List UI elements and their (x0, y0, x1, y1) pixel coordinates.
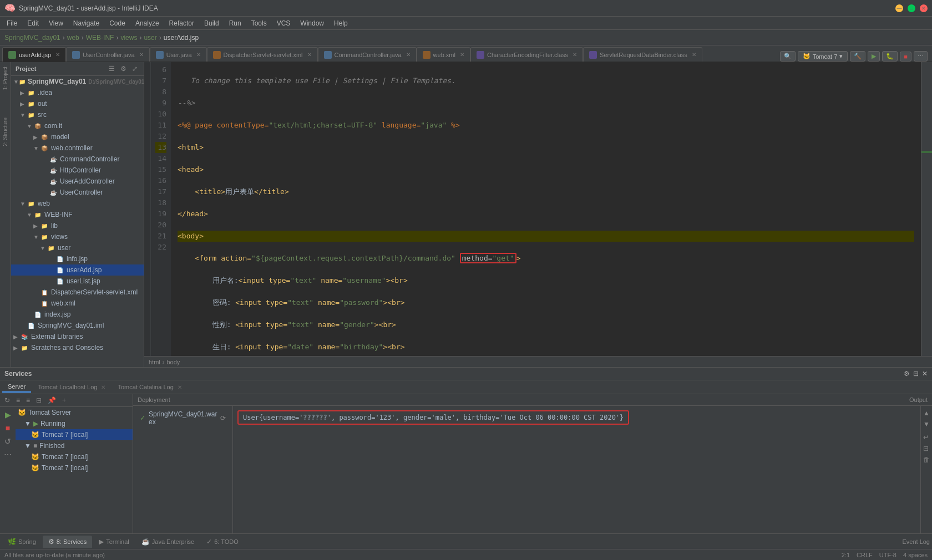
tab-close[interactable]: ✕ (307, 52, 312, 58)
tree-infojsp[interactable]: ▶ 📄 info.jsp (11, 253, 144, 264)
tab-CommandController[interactable]: CommandController.java ✕ (318, 47, 417, 62)
svc-node-tomcat7-finished2[interactable]: 🐱 Tomcat 7 [local] (16, 462, 133, 474)
tree-ScratchesConsoles[interactable]: ▶ 📁 Scratches and Consoles (11, 342, 144, 353)
close-icon[interactable]: ✕ (922, 370, 928, 378)
sidebar-expand-btn[interactable]: ⤢ (130, 64, 139, 73)
settings-icon[interactable]: ⚙ (904, 370, 910, 378)
tab-services[interactable]: ⚙ 8: Services (43, 536, 92, 548)
event-log-btn[interactable]: Event Log (902, 538, 930, 545)
tree-user-folder[interactable]: ▼ 📁 user (11, 242, 144, 253)
svc-node-tomcat7-finished1[interactable]: 🐱 Tomcat 7 [local] (16, 451, 133, 462)
tree-DispatcherServletxml[interactable]: ▶ 📋 DispatcherServlet-servlet.xml (11, 287, 144, 298)
pin-btn[interactable]: 📌 (45, 395, 58, 405)
menu-item-file[interactable]: File (2, 18, 22, 28)
tab-terminal[interactable]: ▶ Terminal (93, 536, 135, 548)
tab-ServletRequestDataBinder[interactable]: ServletRequestDataBinder.class ✕ (583, 47, 702, 62)
tree-indexjsp[interactable]: ▶ 📄 index.jsp (11, 309, 144, 320)
minimize-button[interactable]: — (895, 4, 903, 12)
tab-close-icon[interactable]: ✕ (101, 384, 105, 390)
tree-ExternalLibraries[interactable]: ▶ 📚 External Libraries (11, 331, 144, 342)
tab-tomcat-localhost-log[interactable]: Tomcat Localhost Log ✕ (32, 382, 111, 392)
menu-item-view[interactable]: View (44, 18, 68, 28)
refresh-btn[interactable]: ↻ (2, 395, 12, 405)
project-tab[interactable]: 1: Project (1, 64, 9, 92)
tab-DispatcherServlet[interactable]: DispatcherServlet-servlet.xml ✕ (207, 47, 318, 62)
tree-CommandController[interactable]: ▶ ☕ CommandController (11, 154, 144, 165)
maximize-button[interactable]: □ (908, 4, 915, 12)
right-scrollbar[interactable] (921, 62, 932, 356)
tree-webxml2[interactable]: ▶ 📋 web.xml (11, 298, 144, 309)
scroll-up-btn[interactable]: ▲ (922, 408, 931, 418)
debug-btn[interactable]: 🐛 (882, 51, 898, 62)
tab-close[interactable]: ✕ (55, 52, 60, 58)
sidebar-collapse-btn[interactable]: ☰ (107, 64, 116, 73)
clear-output-btn[interactable]: 🗑 (922, 455, 931, 465)
tree-model[interactable]: ▶ 📦 model (11, 131, 144, 142)
stop-service-btn[interactable]: ■ (2, 422, 13, 434)
tab-todo[interactable]: ✓ 6: TODO (201, 536, 244, 548)
menu-item-run[interactable]: Run (225, 18, 246, 28)
menu-item-edit[interactable]: Edit (23, 18, 43, 28)
tree-views[interactable]: ▼ 📁 views (11, 231, 144, 242)
tab-CharacterEncodingFilter[interactable]: CharacterEncodingFilter.class ✕ (470, 47, 583, 62)
tab-server[interactable]: Server (2, 381, 31, 393)
code-content[interactable]: To change this template use File | Setti… (171, 62, 921, 356)
menu-item-help[interactable]: Help (330, 18, 352, 28)
tab-tomcat-catalina-log[interactable]: Tomcat Catalina Log ✕ (112, 382, 187, 392)
more-btn[interactable]: ⋯ (914, 51, 928, 62)
add-btn[interactable]: + (60, 395, 68, 405)
expand-all-btn[interactable]: ≡ (14, 395, 22, 405)
window-controls[interactable]: — □ ✕ (895, 4, 928, 12)
svc-node-tomcat7-running[interactable]: 🐱 Tomcat 7 [local] (16, 429, 133, 440)
svc-node-running[interactable]: ▼ ▶ Running (16, 418, 133, 429)
tree-idea[interactable]: ▶ 📁 .idea (11, 87, 144, 98)
menu-item-code[interactable]: Code (105, 18, 130, 28)
tree-root[interactable]: ▼ 📁 SpringMVC_day01 D:/SpringMVC_day01 (11, 76, 144, 87)
close-button[interactable]: ✕ (920, 4, 928, 12)
rerun-service-btn[interactable]: ↺ (2, 436, 13, 447)
sidebar-settings-btn[interactable]: ⚙ (119, 64, 128, 73)
run-config-btn[interactable]: 🐱 Tomcat 7 ▾ (798, 51, 848, 62)
tree-userListjsp[interactable]: ▶ 📄 userList.jsp (11, 276, 144, 287)
deploy-update-icon[interactable]: ⟳ (220, 414, 226, 422)
run-service-btn[interactable]: ▶ (2, 409, 13, 420)
filter-output-btn[interactable]: ⊟ (922, 444, 931, 454)
build-btn[interactable]: 🔨 (850, 51, 865, 62)
search-everywhere-btn[interactable]: 🔍 (780, 51, 796, 62)
tree-src[interactable]: ▼ 📁 src (11, 109, 144, 120)
tab-close[interactable]: ✕ (692, 52, 696, 58)
tab-UserController[interactable]: UserController.java ✕ (66, 47, 150, 62)
menu-item-analyze[interactable]: Analyze (131, 18, 164, 28)
tab-java-enterprise[interactable]: ☕ Java Enterprise (136, 536, 200, 548)
tab-close[interactable]: ✕ (196, 52, 201, 58)
menu-item-refactor[interactable]: Refactor (165, 18, 199, 28)
tree-webcontroller[interactable]: ▼ 📦 web.controller (11, 142, 144, 154)
tree-userAddjsp[interactable]: ▶ 📄 userAdd.jsp (11, 264, 144, 276)
tree-lib[interactable]: ▶ 📁 lib (11, 220, 144, 231)
tab-close[interactable]: ✕ (406, 52, 411, 58)
tree-web[interactable]: ▼ 📁 web (11, 198, 144, 209)
stop-btn[interactable]: ■ (900, 52, 911, 62)
more-service-btn[interactable]: ⋯ (2, 449, 13, 460)
menu-item-vcs[interactable]: VCS (272, 18, 295, 28)
wrap-btn[interactable]: ↵ (922, 432, 931, 442)
run-btn[interactable]: ▶ (868, 51, 880, 62)
tree-WEB-INF[interactable]: ▼ 📁 WEB-INF (11, 209, 144, 220)
structure-tab[interactable]: 2: Structure (1, 115, 9, 149)
menu-item-window[interactable]: Window (296, 18, 328, 28)
scroll-down-btn[interactable]: ▼ (922, 419, 931, 429)
svc-node-finished[interactable]: ▼ ■ Finished (16, 440, 133, 451)
tree-comit[interactable]: ▼ 📦 com.it (11, 120, 144, 131)
tab-close[interactable]: ✕ (460, 52, 464, 58)
tab-User[interactable]: User.java ✕ (150, 47, 207, 62)
tab-close-icon[interactable]: ✕ (178, 384, 182, 390)
menu-item-build[interactable]: Build (200, 18, 224, 28)
tree-UserAddController[interactable]: ▶ ☕ UserAddController (11, 176, 144, 187)
tree-UserController[interactable]: ▶ ☕ UserController (11, 187, 144, 198)
tab-close[interactable]: ✕ (573, 52, 577, 58)
menu-item-navigate[interactable]: Navigate (69, 18, 104, 28)
svc-node-tomcat-server[interactable]: 🐱 Tomcat Server (16, 407, 133, 418)
layout-icon[interactable]: ⊟ (913, 370, 919, 378)
code-area[interactable]: 6 7 8 9 10 11 12 13 14 15 16 17 18 19 20… (144, 62, 932, 356)
tree-SpringMVC-iml[interactable]: ▶ 📄 SpringMVC_day01.iml (11, 320, 144, 331)
